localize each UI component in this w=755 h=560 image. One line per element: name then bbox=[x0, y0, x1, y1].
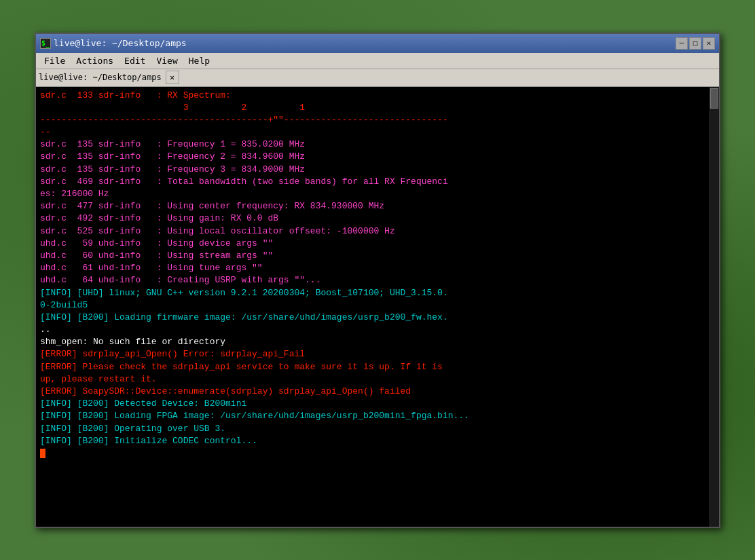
terminal-line: [INFO] [B200] Detected Device: B200mini bbox=[40, 398, 715, 410]
terminal-line: sdr.c 133 sdr-info : RX Spectrum: bbox=[40, 90, 715, 102]
window-title: live@live: ~/Desktop/amps bbox=[54, 38, 187, 48]
menu-bar: File Actions Edit View Help bbox=[36, 53, 719, 69]
scrollbar-thumb[interactable] bbox=[710, 88, 718, 109]
terminal-line: uhd.c 59 uhd-info : Using device args "" bbox=[40, 238, 715, 250]
terminal-cursor bbox=[40, 449, 45, 458]
maximize-button[interactable]: □ bbox=[689, 37, 701, 50]
terminal-line: [INFO] [B200] Loading firmware image: /u… bbox=[40, 312, 715, 324]
menu-edit[interactable]: Edit bbox=[119, 54, 151, 67]
terminal-line: ----------------------------------------… bbox=[40, 114, 715, 126]
terminal-line: .. bbox=[40, 324, 715, 336]
terminal-window: $_ live@live: ~/Desktop/amps ─ □ ✕ File … bbox=[35, 33, 720, 528]
terminal-line: sdr.c 525 sdr-info : Using local oscilla… bbox=[40, 225, 715, 238]
title-bar-left: $_ live@live: ~/Desktop/amps bbox=[40, 38, 187, 49]
terminal-line: shm_open: No such file or directory bbox=[40, 336, 715, 348]
terminal-output[interactable]: sdr.c 133 sdr-info : RX Spectrum: 3 2 1-… bbox=[36, 87, 719, 527]
window-controls: ─ □ ✕ bbox=[676, 37, 715, 50]
terminal-line: sdr.c 135 sdr-info : Frequency 1 = 835.0… bbox=[40, 138, 715, 151]
menu-view[interactable]: View bbox=[151, 54, 183, 67]
terminal-line: es: 216000 Hz bbox=[40, 188, 715, 200]
close-button[interactable]: ✕ bbox=[703, 37, 715, 50]
title-bar: $_ live@live: ~/Desktop/amps ─ □ ✕ bbox=[36, 34, 719, 53]
terminal-line: [INFO] [B200] Operating over USB 3. bbox=[40, 423, 715, 435]
terminal-line: [ERROR] SoapySDR::Device::enumerate(sdrp… bbox=[40, 386, 715, 398]
menu-file[interactable]: File bbox=[39, 54, 71, 67]
search-label: live@live: ~/Desktop/amps bbox=[39, 73, 162, 82]
search-close-button[interactable]: ✕ bbox=[166, 71, 179, 84]
terminal-line: up, please restart it. bbox=[40, 373, 715, 386]
terminal-line: sdr.c 135 sdr-info : Frequency 2 = 834.9… bbox=[40, 151, 715, 163]
menu-help[interactable]: Help bbox=[183, 54, 215, 67]
terminal-line: uhd.c 61 uhd-info : Using tune args "" bbox=[40, 262, 715, 274]
terminal-line: [INFO] [B200] Loading FPGA image: /usr/s… bbox=[40, 410, 715, 422]
terminal-line: 0-2build5 bbox=[40, 299, 715, 312]
terminal-line: uhd.c 64 uhd-info : Creating USRP with a… bbox=[40, 274, 715, 286]
terminal-line: [INFO] [UHD] linux; GNU C++ version 9.2.… bbox=[40, 287, 715, 299]
scrollbar[interactable] bbox=[710, 87, 719, 527]
terminal-line: [ERROR] sdrplay_api_Open() Error: sdrpla… bbox=[40, 348, 715, 360]
terminal-line: [INFO] [B200] Initialize CODEC control..… bbox=[40, 435, 715, 447]
terminal-line: sdr.c 469 sdr-info : Total bandwidth (tw… bbox=[40, 176, 715, 188]
terminal-line: sdr.c 477 sdr-info : Using center freque… bbox=[40, 200, 715, 212]
menu-actions[interactable]: Actions bbox=[71, 54, 119, 67]
terminal-line: sdr.c 135 sdr-info : Frequency 3 = 834.9… bbox=[40, 164, 715, 176]
terminal-line: [ERROR] Please check the sdrplay_api ser… bbox=[40, 361, 715, 373]
search-bar: live@live: ~/Desktop/amps ✕ bbox=[36, 69, 719, 87]
terminal-icon: $_ bbox=[40, 38, 51, 49]
terminal-line: -- bbox=[40, 126, 715, 138]
terminal-line: uhd.c 60 uhd-info : Using stream args "" bbox=[40, 250, 715, 262]
terminal-line: 3 2 1 bbox=[40, 102, 715, 114]
terminal-line: sdr.c 492 sdr-info : Using gain: RX 0.0 … bbox=[40, 212, 715, 225]
minimize-button[interactable]: ─ bbox=[676, 37, 688, 50]
